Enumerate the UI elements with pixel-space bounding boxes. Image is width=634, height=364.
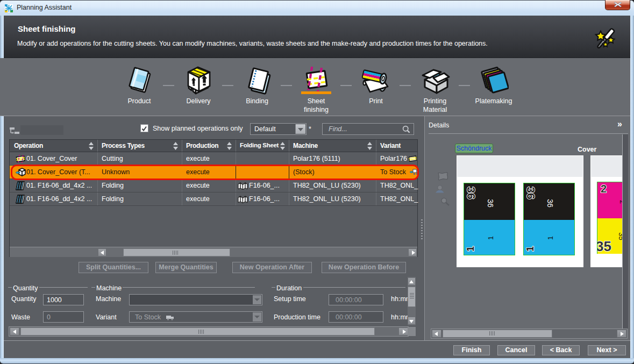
svg-text:2: 2 [601,183,607,195]
svg-text:35: 35 [597,238,611,254]
svg-text:1: 1 [525,246,536,252]
svg-text:36: 36 [525,187,537,199]
svg-text:36: 36 [465,187,478,199]
svg-text:1: 1 [465,246,476,252]
